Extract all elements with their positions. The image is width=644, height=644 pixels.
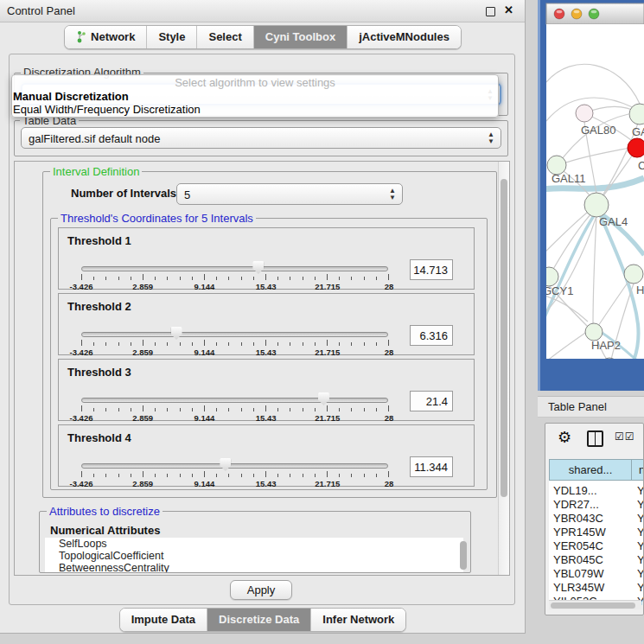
threshold-value-field[interactable]: 14.713 — [410, 259, 453, 280]
tab-label: Infer Network — [322, 613, 394, 626]
tab-style[interactable]: Style — [147, 26, 197, 48]
slider-ticks — [81, 471, 389, 478]
threshold-value-field[interactable]: 6.316 — [410, 325, 453, 346]
column-header-shared-name[interactable]: shared... — [549, 459, 632, 481]
slider-track[interactable] — [81, 398, 388, 403]
tick-label: -3.426 — [70, 479, 93, 488]
horizontal-scrollbar[interactable] — [549, 600, 641, 609]
attributes-scrollbar-thumb[interactable] — [460, 541, 467, 570]
table-row[interactable]: YDR27...YDR2 — [549, 498, 644, 512]
tab-impute-data[interactable]: Impute Data — [120, 609, 207, 631]
tick-mark — [105, 474, 106, 477]
tick-mark — [204, 340, 205, 346]
table-row[interactable]: YBR045CYBR0 — [549, 553, 644, 567]
tab-jactivemnodules[interactable]: jActiveMNodules — [348, 26, 461, 48]
tab-label: Style — [158, 30, 185, 43]
node-selected-red[interactable] — [628, 138, 644, 157]
tab-cyni-toolbox[interactable]: Cyni Toolbox — [254, 26, 348, 48]
tick-mark — [376, 474, 377, 477]
column-header-name[interactable]: na — [631, 459, 644, 481]
tick-mark — [228, 277, 229, 280]
vertical-scrollbar[interactable] — [498, 162, 509, 575]
tab-select[interactable]: Select — [197, 26, 253, 48]
float-window-icon[interactable] — [486, 7, 495, 16]
tick-label: 2.859 — [132, 348, 153, 357]
tick-mark — [105, 277, 106, 280]
slider-track[interactable] — [81, 266, 388, 271]
algorithm-popup-hint: Select algorithm to view settings — [12, 75, 498, 90]
tick-mark — [315, 277, 316, 280]
top-tab-bar: Network Style Select Cyni Toolbox jActiv… — [0, 25, 526, 49]
number-of-intervals-value: 5 — [184, 188, 190, 201]
tick-label: 15.43 — [256, 348, 277, 357]
threshold-label: Threshold 3 — [67, 366, 131, 379]
node-gal80[interactable] — [576, 105, 593, 122]
slider-track[interactable] — [81, 463, 388, 469]
attribute-item[interactable]: BetweennessCentrality — [45, 562, 463, 572]
slider-thumb[interactable] — [220, 458, 231, 471]
threshold-panel: Threshold 1 -3.4262.8599.14415.4321.7152… — [58, 227, 475, 290]
cell-name: YDL1 — [637, 484, 644, 497]
tick-mark — [303, 474, 303, 477]
tick-mark — [241, 342, 242, 346]
tick-mark — [327, 340, 328, 346]
close-icon[interactable]: ✕ — [504, 3, 513, 16]
network-icon — [76, 30, 86, 43]
control-panel-window: Control Panel ✕ Network Style Select Cyn… — [0, 0, 526, 634]
table-row[interactable]: YLR345WYLR3 — [549, 581, 644, 595]
threshold-value-field[interactable]: 21.4 — [410, 391, 453, 411]
apply-button[interactable]: Apply — [230, 580, 292, 600]
attribute-item[interactable]: TopologicalCoefficient — [45, 550, 463, 562]
algorithm-option-manual[interactable]: Manual Discretization — [12, 90, 498, 103]
tick-mark — [315, 474, 316, 477]
tick-mark — [277, 342, 278, 346]
cell-name: YPR1 — [637, 526, 644, 539]
slider-track[interactable] — [81, 332, 388, 337]
node-label: GAL80 — [581, 124, 615, 137]
slider-thumb[interactable] — [171, 327, 182, 340]
tab-label: jActiveMNodules — [359, 30, 450, 43]
node-h[interactable] — [624, 265, 643, 284]
cell-name: YBR0 — [637, 553, 644, 566]
attribute-item[interactable]: SelfLoops — [45, 538, 463, 550]
threshold-value-field[interactable]: 11.344 — [410, 456, 453, 477]
tab-discretize-data[interactable]: Discretize Data — [207, 609, 311, 631]
slider-tick-labels: -3.4262.8599.14415.4321.71528 — [81, 282, 389, 292]
tab-infer-network[interactable]: Infer Network — [311, 609, 405, 631]
number-of-intervals-combo[interactable]: 5 ▲▼ — [176, 183, 403, 205]
table-row[interactable]: YBL079WYBL0 — [549, 567, 644, 581]
tick-mark — [253, 277, 254, 280]
tick-mark — [327, 405, 328, 411]
table-row[interactable]: YDL19...YDL1 — [549, 484, 644, 498]
numerical-attributes-list[interactable]: SelfLoopsTopologicalCoefficientBetweenne… — [45, 538, 463, 572]
split-columns-icon[interactable] — [587, 430, 603, 447]
node-label: GAL11 — [552, 172, 586, 185]
table-row[interactable]: YER054CYER0 — [549, 539, 644, 553]
slider-thumb[interactable] — [252, 261, 264, 274]
node-hap2[interactable] — [585, 323, 603, 341]
node-gal4[interactable] — [584, 193, 609, 217]
node-label: GA — [632, 125, 644, 138]
tick-mark — [290, 408, 290, 411]
tick-label: 9.144 — [194, 282, 215, 291]
tick-mark — [105, 342, 106, 346]
tick-mark — [118, 408, 119, 411]
tick-label: 28 — [385, 348, 394, 357]
table-row[interactable]: YBR043CYBR0 — [549, 512, 644, 526]
tab-label: Network — [91, 30, 135, 43]
algorithm-option-equal-width[interactable]: Equal Width/Frequency Discretization — [12, 103, 498, 116]
tab-network[interactable]: Network — [65, 26, 147, 48]
table-row[interactable]: YPR145WYPR1 — [549, 526, 644, 539]
checkbox-icons[interactable]: ☑☑ — [615, 430, 635, 443]
tick-mark — [376, 277, 377, 280]
slider-thumb[interactable] — [318, 392, 329, 405]
vertical-scrollbar-thumb[interactable] — [501, 179, 507, 497]
table-data-combo[interactable]: galFiltered.sif default node ▲▼ — [21, 127, 501, 149]
cell-shared-name: YBL079W — [553, 567, 604, 580]
tick-mark — [81, 471, 82, 477]
tick-mark — [167, 408, 168, 411]
gear-icon[interactable]: ⚙ — [558, 428, 571, 447]
node-label: GAL4 — [599, 215, 628, 228]
horizontal-scrollbar-thumb[interactable] — [551, 603, 635, 609]
threshold-panel: Threshold 4 -3.4262.8599.14415.4321.7152… — [58, 424, 475, 487]
